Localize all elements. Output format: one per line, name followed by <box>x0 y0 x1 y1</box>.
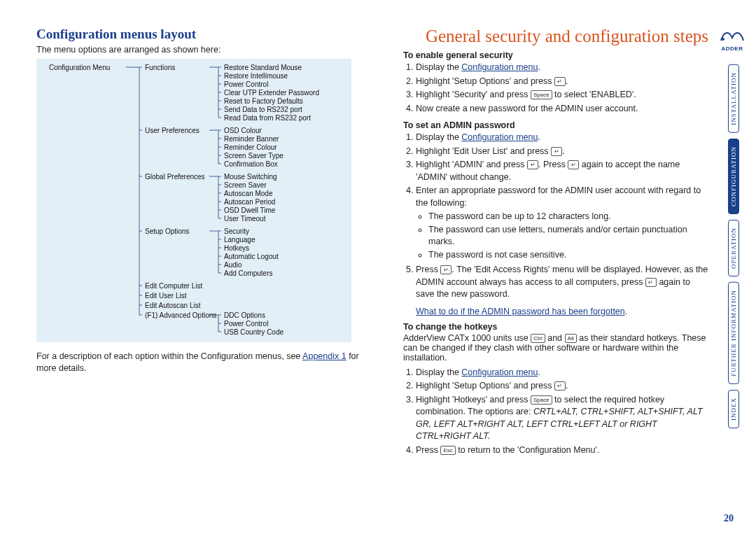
right-column-title: General security and configuration steps <box>403 27 708 46</box>
page-number: 20 <box>724 513 734 524</box>
appendix-link[interactable]: Appendix 1 <box>302 351 346 361</box>
diagram-group: Edit User List <box>145 291 186 300</box>
enter-key-icon: ↵ <box>645 278 657 287</box>
forgot-password-link[interactable]: What to do if the ADMIN password has bee… <box>416 307 625 316</box>
esc-key-icon: Esc <box>440 446 455 455</box>
enter-key-icon: ↵ <box>551 147 562 156</box>
diagram-item: Confirmation Box <box>224 160 278 169</box>
nav-tab-index[interactable]: INDEX <box>728 390 739 428</box>
nav-tab-operation[interactable]: OPERATION <box>728 220 739 276</box>
config-menu-link[interactable]: Configuration menu <box>461 62 538 72</box>
enter-key-icon: ↵ <box>568 160 579 169</box>
diagram-item: Add Computers <box>224 269 272 278</box>
diagram-group: Edit Autoscan List <box>145 301 201 310</box>
diagram-group: Setup Options <box>145 227 189 236</box>
menu-layout-diagram: Configuration MenuFunctionsRestore Stand… <box>36 59 351 342</box>
ctrl-key-icon: Ctrl <box>531 334 545 343</box>
sec2-heading: To set an ADMIN password <box>403 120 708 130</box>
left-column-title: Configuration menus layout <box>36 27 372 42</box>
sec3-heading: To change the hotkeys <box>403 322 708 332</box>
config-menu-link[interactable]: Configuration menu <box>461 132 538 142</box>
diagram-item: User Timeout <box>224 214 265 223</box>
diagram-group: Global Preferences <box>145 172 205 181</box>
svg-point-47 <box>722 38 724 41</box>
space-key-icon: Space <box>531 90 552 99</box>
sec1-heading: To enable general security <box>403 50 708 60</box>
left-intro: The menu options are arranged as shown h… <box>36 45 372 55</box>
enter-key-icon: ↵ <box>527 160 538 169</box>
enter-key-icon: ↵ <box>440 265 451 274</box>
left-footer: For a description of each option within … <box>36 351 372 374</box>
diagram-group: Functions <box>145 63 175 72</box>
alt-key-icon: Alt <box>565 334 577 343</box>
side-nav: INSTALLATIONCONFIGURATIONOPERATIONFURTHE… <box>728 64 748 449</box>
enter-key-icon: ↵ <box>554 77 566 86</box>
adder-logo: ADDER <box>717 27 748 52</box>
nav-tab-configuration[interactable]: CONFIGURATION <box>728 139 739 214</box>
diagram-item: Read Data from RS232 port <box>224 113 311 122</box>
nav-tab-installation[interactable]: INSTALLATION <box>728 64 739 133</box>
sec1-steps: Display the Configuration menu. Highligh… <box>416 62 708 115</box>
diagram-item: USB Country Code <box>224 328 284 337</box>
enter-key-icon: ↵ <box>554 381 566 391</box>
sec3-intro: AdderView CATx 1000 units use Ctrl and A… <box>403 333 708 363</box>
diagram-group: Edit Computer List <box>145 281 202 290</box>
config-menu-link[interactable]: Configuration menu <box>461 367 538 377</box>
sec2-steps: Display the Configuration menu. Highligh… <box>416 132 708 301</box>
nav-tab-further-information[interactable]: FURTHER INFORMATION <box>728 282 739 384</box>
diagram-group: (F1) Advanced Options <box>145 311 216 320</box>
sec3-steps: Display the Configuration menu. Highligh… <box>416 367 708 457</box>
diagram-group: User Preferences <box>145 126 200 135</box>
space-key-icon: Space <box>531 395 552 405</box>
